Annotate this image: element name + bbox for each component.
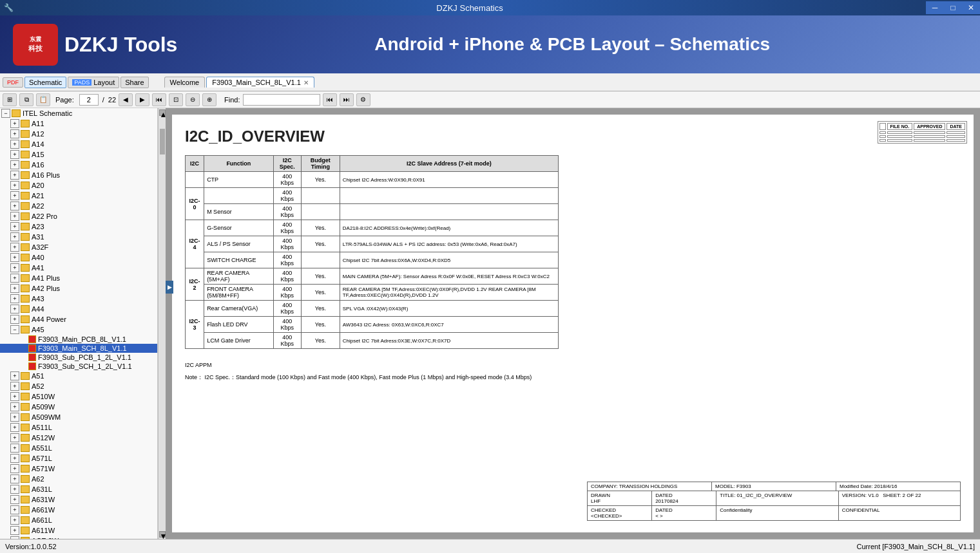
sidebar-item[interactable]: +A52 <box>0 381 157 391</box>
expand-icon[interactable]: + <box>10 191 19 200</box>
close-button[interactable]: ✕ <box>962 1 980 14</box>
expand-icon[interactable]: + <box>10 413 19 422</box>
scroll-up-btn[interactable]: ▲ <box>159 109 166 116</box>
expand-icon[interactable]: + <box>10 433 19 442</box>
nav-icons-btn[interactable]: ⊞ <box>3 93 17 106</box>
expand-icon[interactable]: + <box>10 294 19 303</box>
expand-icon[interactable]: + <box>10 274 19 283</box>
sidebar-item[interactable]: +A41 Plus <box>0 273 157 283</box>
expand-icon[interactable]: + <box>10 526 19 535</box>
sidebar-item[interactable]: +A12 <box>0 129 157 139</box>
sidebar-item[interactable]: +ACE 2W <box>0 536 157 539</box>
collapse-sidebar-btn[interactable]: ▶ <box>166 281 173 294</box>
sidebar-item[interactable]: +A20 <box>0 180 157 191</box>
sidebar-item[interactable]: +A16 <box>0 160 157 170</box>
sidebar-item[interactable]: +A509WM <box>0 412 157 422</box>
sidebar-item[interactable]: +A509W <box>0 402 157 412</box>
expand-icon[interactable]: + <box>10 505 19 514</box>
expand-icon[interactable]: + <box>10 243 19 252</box>
sidebar-item[interactable]: +A14 <box>0 139 157 149</box>
expand-icon[interactable]: + <box>10 474 19 483</box>
sidebar-item[interactable]: +A31 <box>0 232 157 242</box>
sidebar-item[interactable]: +A41 <box>0 263 157 273</box>
sidebar-item[interactable]: +A571W <box>0 464 157 474</box>
expand-icon[interactable]: + <box>10 150 19 159</box>
share-button[interactable]: Share <box>120 77 148 88</box>
expand-icon[interactable]: + <box>10 371 19 380</box>
sidebar-item[interactable]: +A44 <box>0 304 157 314</box>
sidebar-item[interactable]: +A42 Plus <box>0 283 157 294</box>
first-page-btn[interactable]: ⏮ <box>152 93 166 106</box>
expand-icon[interactable]: + <box>10 392 19 401</box>
maximize-button[interactable]: □ <box>944 1 962 14</box>
sidebar-item[interactable]: +A631W <box>0 494 157 505</box>
sidebar-item[interactable]: F3903_Sub_SCH_1_2L_V1.1 <box>0 362 157 371</box>
sidebar-item[interactable]: +A571L <box>0 453 157 464</box>
expand-icon[interactable]: + <box>10 495 19 504</box>
expand-icon[interactable]: + <box>10 464 19 473</box>
pads-button[interactable]: PADS Layout <box>68 77 119 88</box>
sidebar-item[interactable]: +A22 Pro <box>0 211 157 221</box>
scroll-thumb[interactable] <box>160 129 165 155</box>
schematic-button[interactable]: Schematic <box>24 77 66 88</box>
expand-icon[interactable]: + <box>10 171 19 180</box>
sidebar-root[interactable]: − ITEL Schematic <box>0 108 157 118</box>
sidebar-item[interactable]: +A611W <box>0 525 157 536</box>
sidebar-item[interactable]: +A40 <box>0 252 157 263</box>
sidebar-item[interactable]: F3903_Main_PCB_8L_V1.1 <box>0 335 157 344</box>
sidebar-item[interactable]: +A16 Plus <box>0 170 157 180</box>
expand-icon[interactable]: + <box>10 536 19 539</box>
sidebar-item[interactable]: +A11 <box>0 118 157 129</box>
scroll-down-btn[interactable]: ▼ <box>159 531 166 538</box>
expand-icon[interactable]: + <box>10 382 19 391</box>
page-input[interactable] <box>79 94 99 106</box>
minimize-button[interactable]: ─ <box>926 1 944 14</box>
tab-close-icon[interactable]: ✕ <box>303 79 309 86</box>
next-page-btn[interactable]: ▶ <box>135 93 149 106</box>
zoom-out-btn[interactable]: ⊖ <box>186 93 200 106</box>
sidebar-item[interactable]: F3903_Main_SCH_8L_V1.1 <box>0 344 157 353</box>
expand-icon[interactable]: + <box>10 485 19 494</box>
find-next-btn[interactable]: ⏭ <box>340 93 354 106</box>
tab-active[interactable]: F3903_Main_SCH_8L_V1.1 ✕ <box>206 77 314 88</box>
sidebar-item[interactable]: +A631L <box>0 484 157 494</box>
zoom-in-btn[interactable]: ⊕ <box>202 93 216 106</box>
expand-icon[interactable]: + <box>10 263 19 272</box>
sidebar-item[interactable]: +A15 <box>0 149 157 160</box>
expand-icon[interactable]: + <box>10 402 19 411</box>
sidebar-item[interactable]: +A21 <box>0 191 157 201</box>
expand-icon[interactable]: + <box>10 284 19 293</box>
sidebar-item[interactable]: +A510W <box>0 391 157 402</box>
find-options-btn[interactable]: ⚙ <box>356 93 370 106</box>
expand-icon[interactable]: − <box>10 325 19 334</box>
expand-icon[interactable]: + <box>10 140 19 149</box>
expand-icon[interactable]: + <box>10 305 19 314</box>
tab-welcome[interactable]: Welcome <box>164 77 206 88</box>
find-prev-btn[interactable]: ⏮ <box>323 93 337 106</box>
sidebar-item[interactable]: +A44 Power <box>0 314 157 324</box>
sidebar-item[interactable]: +A661L <box>0 515 157 525</box>
sidebar-item[interactable]: +A43 <box>0 294 157 304</box>
expand-icon[interactable]: + <box>10 222 19 231</box>
expand-icon[interactable]: + <box>10 202 19 211</box>
expand-icon[interactable]: + <box>10 253 19 262</box>
expand-icon[interactable]: + <box>10 516 19 525</box>
find-input[interactable] <box>243 94 320 106</box>
expand-icon[interactable]: + <box>10 181 19 190</box>
prev-page-btn[interactable]: ◀ <box>119 93 133 106</box>
sidebar-item[interactable]: F3903_Sub_PCB_1_2L_V1.1 <box>0 353 157 362</box>
expand-icon[interactable]: + <box>10 119 19 128</box>
expand-icon[interactable]: + <box>10 444 19 453</box>
sidebar-item[interactable]: +A51 <box>0 371 157 381</box>
sidebar-item[interactable]: +A22 <box>0 201 157 211</box>
sidebar-item[interactable]: −A45 <box>0 324 157 335</box>
expand-icon[interactable]: + <box>10 232 19 241</box>
expand-icon[interactable]: + <box>10 212 19 221</box>
sidebar-item[interactable]: +A62 <box>0 474 157 484</box>
nav-paste-btn[interactable]: 📋 <box>36 93 50 106</box>
sidebar-scrollbar[interactable]: ▲ ▼ <box>158 108 166 539</box>
fit-btn[interactable]: ⊡ <box>169 93 183 106</box>
expand-icon[interactable]: + <box>10 454 19 463</box>
sidebar-item[interactable]: +A511L <box>0 422 157 433</box>
expand-icon[interactable]: + <box>10 160 19 169</box>
